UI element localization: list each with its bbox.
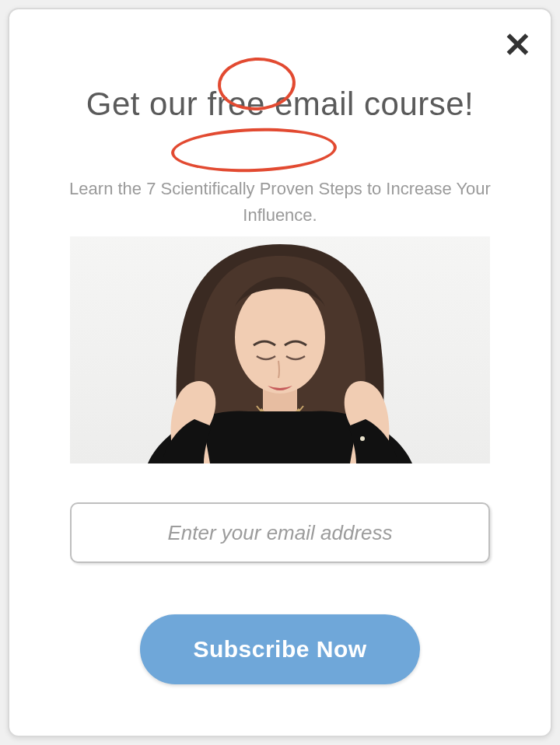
signup-modal: ✕ Get our free email course! Learn the 7… bbox=[8, 8, 552, 737]
email-input[interactable] bbox=[70, 502, 490, 563]
svg-point-1 bbox=[235, 282, 325, 393]
subheading-before: Learn the 7 bbox=[69, 179, 160, 198]
close-icon[interactable]: ✕ bbox=[503, 28, 532, 62]
heading-after: email course! bbox=[265, 86, 474, 122]
modal-heading: Get our free email course! bbox=[86, 86, 474, 123]
subheading-highlight: Scientifically Proven bbox=[161, 179, 314, 198]
heading-highlight-free: free bbox=[207, 86, 264, 122]
svg-point-2 bbox=[360, 436, 365, 441]
subscribe-button[interactable]: Subscribe Now bbox=[140, 614, 420, 684]
modal-subheading: Learn the 7 Scientifically Proven Steps … bbox=[9, 176, 551, 229]
heading-before: Get our bbox=[86, 86, 208, 122]
heading-row: Get our free email course! bbox=[9, 64, 551, 145]
signup-form: Subscribe Now bbox=[9, 502, 551, 684]
hero-image-woman-pointing-down bbox=[70, 236, 490, 463]
